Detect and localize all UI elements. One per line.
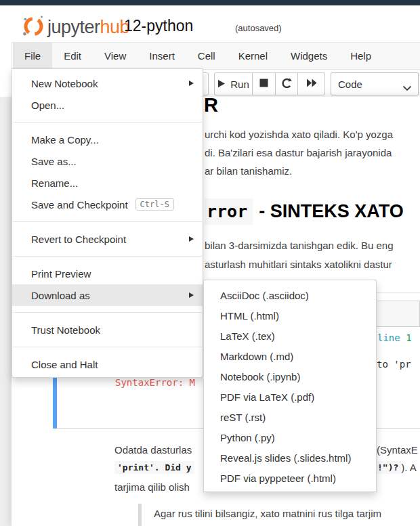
submenu-item-markdown[interactable]: Markdown (.md): [204, 346, 376, 366]
markdown-paragraph-3-line3-left: tarjima qilib olish: [114, 481, 190, 493]
cell-type-value: Code: [338, 79, 362, 90]
menu-item-save-and-checkpoint[interactable]: Save and Checkpoint Ctrl-S: [12, 194, 203, 215]
menu-item-new-notebook[interactable]: New Notebook: [12, 72, 203, 94]
menu-item-label: Save as...: [31, 156, 77, 167]
markdown-paragraph-3-line2-right: !")? ). A: [375, 461, 417, 474]
stop-icon: [259, 78, 268, 90]
paragraph-line: bilan 3-darsimizda tanishgan edik. Bu en…: [205, 236, 394, 255]
submenu-item-notebook[interactable]: Notebook (.ipynb): [204, 366, 376, 387]
run-label: Run: [230, 79, 249, 90]
fast-forward-button[interactable]: [298, 72, 325, 95]
menu-item-label: Download as: [31, 290, 90, 301]
menu-edit[interactable]: Edit: [52, 43, 93, 69]
menu-item-label: Open...: [31, 100, 64, 111]
menubar: File Edit View Insert Cell Kernel Widget…: [12, 42, 420, 70]
blockquote-bar: [138, 504, 142, 526]
menu-item-open[interactable]: Open...: [12, 94, 203, 116]
menu-help[interactable]: Help: [339, 43, 383, 69]
markdown-paragraph-3-line1-left: Odatda dasturlas: [114, 444, 192, 456]
jupyter-notebook-app: jupyterhub 12-python (autosaved) File Ed…: [0, 0, 420, 526]
submenu-item-pdf-via-latex[interactable]: PDF via LaTeX (.pdf): [204, 387, 376, 407]
menu-item-download-as[interactable]: Download as: [12, 284, 203, 306]
menu-item-label: Make a Copy...: [31, 134, 99, 146]
submenu-item-latex[interactable]: LaTeX (.tex): [204, 326, 376, 346]
caret-right-icon: [189, 292, 194, 298]
traceback-code-fragment: to 'pr: [377, 359, 411, 370]
fast-forward-icon: [306, 78, 317, 90]
keyboard-shortcut-badge: Ctrl-S: [135, 198, 174, 211]
submenu-item-rest[interactable]: reST (.rst): [204, 407, 376, 427]
menu-item-label: Trust Notebook: [31, 324, 100, 336]
menu-item-label: Revert to Checkpoint: [31, 234, 126, 245]
menu-insert[interactable]: Insert: [138, 43, 186, 69]
jupyterhub-logo[interactable]: jupyterhub: [22, 14, 129, 40]
menu-item-make-a-copy[interactable]: Make a Copy...: [12, 129, 203, 150]
caret-right-icon: [189, 81, 194, 86]
menu-cell[interactable]: Cell: [186, 43, 227, 69]
menu-item-label: Save and Checkpoint: [31, 199, 128, 211]
heading2-text-fragment: - SINTEKS XATO: [259, 201, 404, 222]
inline-code-fragment: 'print'. Did y: [114, 461, 194, 474]
markdown-paragraph-3-line1-right: (SyntaxE: [377, 444, 418, 456]
menu-file[interactable]: File: [13, 43, 52, 69]
submenu-item-asciidoc[interactable]: AsciiDoc (.asciidoc): [204, 285, 376, 305]
markdown-heading1-fragment: R: [204, 94, 218, 116]
inline-code-fragment: !")?: [375, 461, 401, 474]
brand-text: jupyterhub: [47, 17, 129, 38]
menu-item-label: Print Preview: [31, 268, 91, 280]
markdown-heading2: rror - SINTEKS XATO: [205, 198, 404, 225]
menu-item-print-preview[interactable]: Print Preview: [12, 263, 203, 284]
submenu-item-python[interactable]: Python (.py): [204, 427, 376, 447]
menu-divider: [13, 347, 202, 347]
markdown-paragraph-1: urchi kod yozishda xato qiladi. Ko'p yoz…: [205, 125, 393, 180]
menu-item-label: New Notebook: [31, 78, 98, 89]
menu-item-revert-to-checkpoint[interactable]: Revert to Checkpoint: [12, 228, 203, 250]
menu-item-label: Rename...: [31, 177, 78, 189]
markdown-paragraph-2: bilan 3-darsimizda tanishgan edik. Bu en…: [205, 236, 394, 274]
menu-divider: [13, 221, 202, 222]
run-button-group: Run: [214, 72, 325, 95]
markdown-paragraph-3-line2-left: 'print'. Did y: [114, 461, 194, 473]
paragraph-line: urchi kod yozishda xato qiladi. Ko'p yoz…: [205, 125, 393, 144]
menu-widgets[interactable]: Widgets: [279, 43, 339, 69]
restart-kernel-icon: [281, 78, 292, 91]
menu-item-close-and-halt[interactable]: Close and Halt: [12, 353, 203, 375]
menu-divider: [13, 312, 202, 313]
paragraph-fragment: ). A: [401, 462, 417, 473]
submenu-item-pdf-via-pyppeteer[interactable]: PDF via pyppeteer (.html): [204, 468, 376, 488]
autosave-status: (autosaved): [235, 23, 282, 33]
top-navy-bar: [0, 0, 420, 5]
menu-divider: [13, 256, 202, 257]
chevron-down-icon: [402, 82, 412, 93]
menu-item-save-as[interactable]: Save as...: [12, 150, 203, 172]
menu-item-trust-notebook[interactable]: Trust Notebook: [12, 319, 203, 341]
syntax-error-message: SyntaxError: M: [115, 377, 195, 388]
play-icon: [217, 79, 226, 90]
interrupt-kernel-button[interactable]: [253, 72, 276, 95]
paragraph-line: ar bilan tanishamiz.: [205, 162, 393, 180]
submenu-item-html[interactable]: HTML (.html): [204, 305, 376, 326]
restart-kernel-button[interactable]: [276, 72, 298, 95]
cell-type-select[interactable]: Code: [331, 72, 419, 95]
submenu-item-revealjs-slides[interactable]: Reveal.js slides (.slides.html): [204, 447, 376, 468]
app-header: jupyterhub 12-python (autosaved): [0, 5, 420, 42]
traceback-line-reference: line 1: [377, 332, 412, 343]
menu-view[interactable]: View: [93, 43, 138, 69]
run-cell-button[interactable]: Run: [214, 72, 253, 95]
notebook-title[interactable]: 12-python: [124, 17, 193, 35]
menu-item-label: Close and Halt: [31, 359, 98, 370]
jupyter-logo-icon: [22, 14, 45, 41]
menu-divider: [13, 122, 202, 123]
menu-kernel[interactable]: Kernel: [227, 43, 279, 69]
caret-right-icon: [189, 236, 194, 242]
heading2-code-fragment: rror: [205, 198, 253, 225]
paragraph-line: asturlash muhitlari sintaks xatolikni da…: [205, 255, 394, 274]
download-as-submenu: AsciiDoc (.asciidoc) HTML (.html) LaTeX …: [203, 280, 377, 492]
menu-item-rename[interactable]: Rename...: [12, 172, 203, 194]
paragraph-line: di. Ba'zilari esa dastur bajarish jarayo…: [205, 144, 393, 162]
file-dropdown-menu: New Notebook Open... Make a Copy... Save…: [12, 68, 203, 378]
blockquote-text: Agar rus tilini bilsangiz, xato matnini …: [154, 508, 381, 519]
